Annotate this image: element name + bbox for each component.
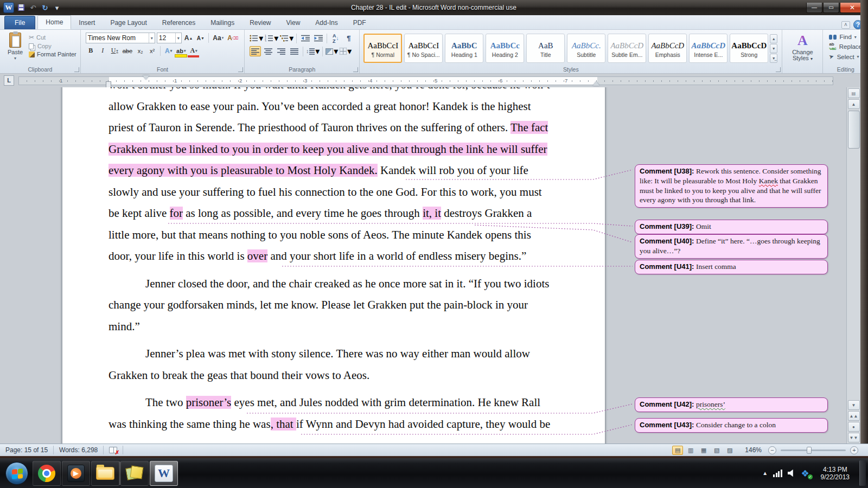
word-count-indicator[interactable]: Words: 6,298 bbox=[54, 446, 104, 454]
proofing-status[interactable] bbox=[104, 446, 123, 454]
tab-insert[interactable]: Insert bbox=[71, 16, 103, 29]
document-line[interactable]: priest of Tauron in Serende. The priesth… bbox=[108, 117, 595, 139]
document-line[interactable]: Grakken must be linked to you in order t… bbox=[108, 139, 595, 160]
draft-view-button[interactable]: ▨ bbox=[724, 446, 735, 455]
fullscreen-reading-view-button[interactable]: ▥ bbox=[685, 446, 696, 455]
volume-icon[interactable] bbox=[788, 470, 796, 477]
taskbar-chrome-button[interactable] bbox=[33, 461, 61, 486]
zoom-in-button[interactable]: + bbox=[850, 446, 858, 454]
page-indicator[interactable]: Page: 15 of 15 bbox=[0, 446, 54, 454]
print-layout-view-button[interactable]: ▤ bbox=[672, 446, 683, 455]
redo-button[interactable]: ↻ bbox=[40, 3, 50, 12]
styles-dialog-launcher[interactable] bbox=[776, 67, 781, 72]
text-effects-button[interactable]: A▾ bbox=[163, 46, 174, 56]
justify-button[interactable] bbox=[289, 46, 300, 56]
change-styles-button[interactable]: A ChangeStyles ▾ bbox=[785, 31, 820, 65]
tray-expand-icon[interactable]: ▲ bbox=[762, 470, 768, 476]
outline-view-button[interactable]: ▧ bbox=[711, 446, 722, 455]
document-line[interactable]: little more, but that means nothing to y… bbox=[108, 224, 595, 246]
font-dialog-launcher[interactable] bbox=[238, 67, 243, 72]
tab-mailings[interactable]: Mailings bbox=[203, 16, 242, 29]
tab-add-ins[interactable]: Add-Ins bbox=[308, 16, 345, 29]
taskbar-explorer-button[interactable] bbox=[91, 461, 119, 486]
paragraph-dialog-launcher[interactable] bbox=[353, 67, 358, 72]
select-button[interactable]: ➤Select ▾ bbox=[829, 53, 862, 60]
subscript-button[interactable]: x₂ bbox=[135, 46, 145, 56]
style-chip-intense[interactable]: AaBbCcDIntense E... bbox=[689, 34, 727, 63]
scrollbar-thumb[interactable] bbox=[848, 111, 860, 149]
show-formatting-marks-button[interactable]: ¶ bbox=[343, 33, 354, 43]
scroll-down-icon[interactable]: ▼ bbox=[848, 400, 860, 410]
document-line[interactable]: was thinking the same thing he was, that… bbox=[108, 414, 595, 435]
style-chip-normal[interactable]: AaBbCcI¶ Normal bbox=[363, 34, 402, 63]
select-browse-object-button[interactable]: ● bbox=[848, 422, 860, 432]
style-chip-nospace[interactable]: AaBbCcI¶ No Spaci... bbox=[404, 34, 443, 63]
align-right-button[interactable] bbox=[276, 46, 287, 56]
borders-button[interactable]: ▾ bbox=[340, 46, 352, 56]
document-line[interactable]: Jenner’s plea was met with stony silence… bbox=[108, 343, 595, 365]
bold-button[interactable]: B bbox=[86, 46, 96, 56]
text-highlight-button[interactable]: ab▾ bbox=[175, 46, 187, 56]
style-chip-h1[interactable]: AaBbCHeading 1 bbox=[445, 34, 483, 63]
network-signal-icon[interactable] bbox=[773, 470, 782, 477]
tab-review[interactable]: Review bbox=[242, 16, 278, 29]
comment-U40[interactable]: Comment [U40]: Define “it” here. “…goes … bbox=[635, 234, 828, 259]
replace-button[interactable]: ab⤷acReplace bbox=[829, 42, 862, 51]
style-chip-emphasis[interactable]: AaBbCcDEmphasis bbox=[648, 34, 687, 63]
vertical-scrollbar[interactable]: ▤ ▲ ▼ ▲▲ ● ▼▼ bbox=[846, 87, 860, 444]
document-line[interactable]: allow Grakken to ease your pain. You’ve … bbox=[108, 96, 595, 118]
style-chip-subtle[interactable]: AaBbCcDSubtle Em... bbox=[608, 34, 646, 63]
taskbar-word-button[interactable]: W bbox=[150, 461, 178, 486]
show-desktop-button[interactable] bbox=[859, 460, 866, 486]
grow-font-button[interactable]: A▲ bbox=[183, 33, 194, 43]
styles-more-icon[interactable]: ▼̲ bbox=[770, 54, 777, 63]
document-line[interactable]: The two prisoner’s eyes met, and Jules n… bbox=[108, 392, 595, 414]
align-left-button[interactable] bbox=[250, 46, 261, 56]
document-line[interactable]: every agony with you is pleasurable to M… bbox=[108, 160, 595, 182]
cut-button[interactable]: ✂Cut bbox=[29, 34, 76, 41]
comment-U39[interactable]: Comment [U39]: Omit bbox=[635, 220, 828, 234]
document-page[interactable]: won’t bother you so much. If you wait un… bbox=[62, 87, 605, 444]
shrink-font-button[interactable]: A▼ bbox=[195, 33, 206, 43]
clear-formatting-button[interactable]: A⌫ bbox=[226, 33, 239, 43]
start-button[interactable] bbox=[5, 462, 28, 485]
undo-button[interactable]: ↶ bbox=[28, 3, 38, 12]
document-line[interactable]: Grakken to break the geas that bound the… bbox=[108, 365, 595, 387]
restore-button[interactable]: ▭ bbox=[823, 3, 839, 13]
zoom-level[interactable]: 146% bbox=[745, 446, 762, 454]
paste-button[interactable]: Paste▾ bbox=[3, 31, 28, 65]
style-chip-strong[interactable]: AaBbCcDStrong bbox=[730, 34, 768, 63]
clock[interactable]: 4:13 PM 9/22/2013 bbox=[816, 466, 854, 481]
tab-selector[interactable]: L bbox=[4, 75, 14, 86]
style-chip-subtitle[interactable]: AaBbCc.Subtitle bbox=[567, 34, 605, 63]
taskbar-media-player-button[interactable] bbox=[62, 461, 90, 486]
numbering-button[interactable]: 123▾ bbox=[265, 33, 278, 43]
word-logo-icon[interactable]: W bbox=[3, 2, 14, 13]
web-layout-view-button[interactable]: ▦ bbox=[698, 446, 709, 455]
superscript-button[interactable]: x² bbox=[147, 46, 157, 56]
taskbar-sticky-notes-button[interactable] bbox=[120, 461, 149, 486]
dropbox-icon[interactable]: ✓ bbox=[801, 469, 811, 478]
sort-button[interactable]: AZ↓ bbox=[330, 33, 341, 43]
document-line[interactable]: door, your life in this world is over an… bbox=[108, 246, 595, 267]
increase-indent-button[interactable] bbox=[312, 33, 324, 43]
document-line[interactable]: be kept alive for as long as possible, a… bbox=[108, 203, 595, 224]
styles-scroll-up-icon[interactable]: ▲ bbox=[770, 34, 777, 43]
font-color-button[interactable]: A▾ bbox=[188, 46, 199, 56]
copy-button[interactable]: Copy bbox=[29, 43, 76, 49]
find-button[interactable]: Find ▾ bbox=[829, 34, 862, 40]
document-text[interactable]: won’t bother you so much. If you wait un… bbox=[62, 87, 605, 435]
zoom-out-button[interactable]: − bbox=[768, 446, 776, 454]
style-chip-h2[interactable]: AaBbCcHeading 2 bbox=[486, 34, 524, 63]
previous-page-button[interactable]: ▲▲ bbox=[848, 411, 860, 421]
font-name-combo[interactable]: Times New Rom▾ bbox=[86, 33, 155, 43]
first-line-indent-marker[interactable] bbox=[143, 75, 149, 80]
align-center-button[interactable] bbox=[263, 46, 274, 56]
tab-page-layout[interactable]: Page Layout bbox=[103, 16, 154, 29]
clipboard-dialog-launcher[interactable] bbox=[74, 67, 79, 72]
font-size-combo[interactable]: 12▾ bbox=[157, 33, 182, 43]
document-line[interactable]: slowly and use your suffering to fuel hi… bbox=[108, 182, 595, 203]
change-case-button[interactable]: Aa▾ bbox=[212, 33, 225, 43]
style-chip-title[interactable]: AaBTitle bbox=[526, 34, 565, 63]
ruler-toggle-button[interactable]: ▤ bbox=[848, 88, 860, 98]
